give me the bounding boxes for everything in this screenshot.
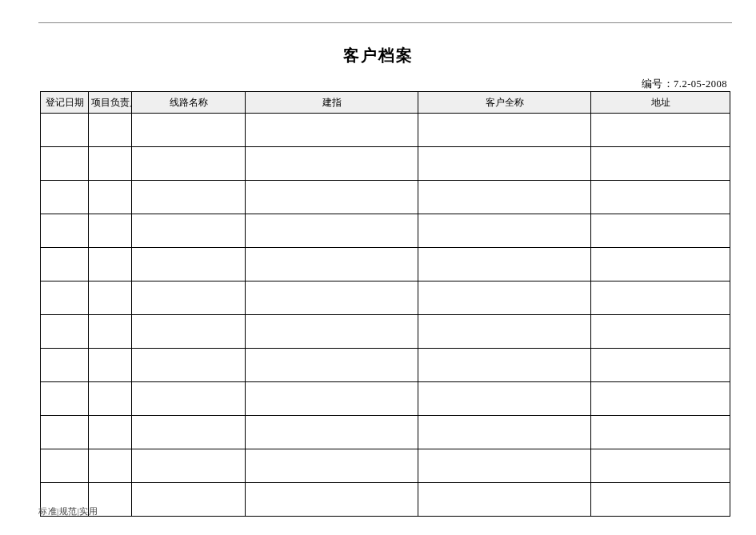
table-cell — [246, 181, 418, 214]
table-cell — [132, 315, 246, 349]
col-address: 地址 — [591, 92, 730, 114]
table-header-row: 登记日期 项目负责人 线路名称 建指 客户全称 地址 — [41, 92, 730, 114]
table-cell — [246, 315, 418, 349]
col-register-date: 登记日期 — [41, 92, 89, 114]
table-cell — [246, 214, 418, 248]
col-line-name: 线路名称 — [132, 92, 246, 114]
table-cell — [89, 281, 132, 315]
table-cell — [591, 281, 730, 315]
top-rule — [38, 22, 732, 23]
table-row — [41, 281, 730, 315]
table-cell — [41, 416, 89, 449]
table-row — [41, 382, 730, 416]
table-cell — [41, 248, 89, 281]
table-cell — [41, 114, 89, 147]
table-cell — [132, 147, 246, 181]
table-cell — [246, 114, 418, 147]
table-cell — [41, 281, 89, 315]
table-row — [41, 214, 730, 248]
table-cell — [132, 281, 246, 315]
customer-file-table: 登记日期 项目负责人 线路名称 建指 客户全称 地址 — [40, 91, 730, 517]
table-cell — [418, 382, 591, 416]
table-cell — [418, 449, 591, 483]
table-cell — [89, 349, 132, 382]
table-cell — [41, 449, 89, 483]
table-cell — [591, 214, 730, 248]
table-cell — [132, 248, 246, 281]
table-cell — [89, 449, 132, 483]
table-cell — [418, 114, 591, 147]
table-cell — [418, 147, 591, 181]
table-cell — [591, 449, 730, 483]
table-cell — [246, 147, 418, 181]
table-cell — [132, 382, 246, 416]
col-build-command: 建指 — [246, 92, 418, 114]
table-cell — [591, 483, 730, 517]
col-customer-name: 客户全称 — [418, 92, 591, 114]
table-cell — [89, 147, 132, 181]
table-cell — [132, 214, 246, 248]
table-cell — [132, 181, 246, 214]
table-cell — [591, 349, 730, 382]
table-cell — [132, 449, 246, 483]
page-title: 客户档案 — [0, 45, 756, 66]
table-cell — [89, 382, 132, 416]
table-cell — [41, 214, 89, 248]
table-cell — [418, 281, 591, 315]
table-cell — [418, 214, 591, 248]
table-cell — [41, 315, 89, 349]
document-number-label: 编号： — [642, 78, 674, 90]
table-row — [41, 349, 730, 382]
table-cell — [591, 181, 730, 214]
table-cell — [89, 315, 132, 349]
table-cell — [89, 181, 132, 214]
table-cell — [132, 416, 246, 449]
table-cell — [591, 416, 730, 449]
table-cell — [246, 449, 418, 483]
table-row — [41, 449, 730, 483]
table-cell — [132, 114, 246, 147]
table-cell — [591, 315, 730, 349]
table-cell — [591, 147, 730, 181]
table-cell — [89, 416, 132, 449]
table-cell — [246, 349, 418, 382]
table-cell — [246, 483, 418, 517]
table-cell — [41, 147, 89, 181]
table-row — [41, 483, 730, 517]
table-row — [41, 416, 730, 449]
footer-note: 标准|规范|实用 — [38, 505, 98, 517]
table-cell — [418, 315, 591, 349]
table-cell — [246, 281, 418, 315]
table-cell — [89, 214, 132, 248]
table-row — [41, 114, 730, 147]
table-cell — [89, 114, 132, 147]
table-cell — [89, 248, 132, 281]
table-cell — [418, 248, 591, 281]
table-row — [41, 181, 730, 214]
table-row — [41, 315, 730, 349]
table-row — [41, 147, 730, 181]
table-cell — [41, 349, 89, 382]
table-cell — [591, 114, 730, 147]
table-cell — [41, 382, 89, 416]
table-row — [41, 248, 730, 281]
table-cell — [418, 349, 591, 382]
document-number-value: 7.2-05-2008 — [674, 78, 727, 90]
table-cell — [591, 248, 730, 281]
document-number: 编号：7.2-05-2008 — [642, 78, 727, 91]
table-cell — [246, 416, 418, 449]
col-project-owner: 项目负责人 — [89, 92, 132, 114]
table-cell — [132, 349, 246, 382]
table-cell — [418, 181, 591, 214]
table-cell — [418, 483, 591, 517]
table-cell — [41, 181, 89, 214]
table-cell — [246, 382, 418, 416]
table-cell — [246, 248, 418, 281]
table-cell — [418, 416, 591, 449]
table-cell — [132, 483, 246, 517]
table-cell — [591, 382, 730, 416]
